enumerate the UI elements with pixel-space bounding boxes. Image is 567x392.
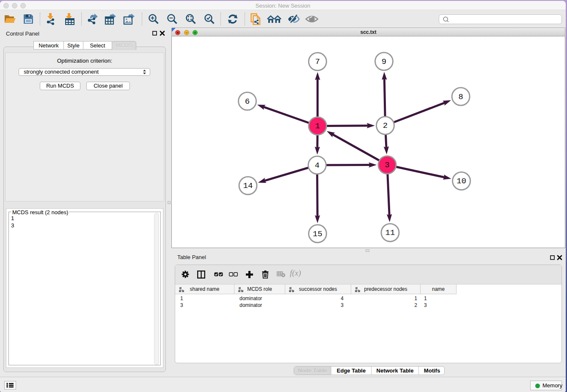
svg-text:6: 6 xyxy=(245,97,250,106)
svg-text:14: 14 xyxy=(243,181,253,190)
svg-text:8: 8 xyxy=(458,92,463,102)
svg-text:4: 4 xyxy=(315,161,319,170)
svg-text:3: 3 xyxy=(385,160,389,170)
svg-text:1: 1 xyxy=(315,121,320,131)
svg-text:7: 7 xyxy=(315,57,320,66)
svg-text:10: 10 xyxy=(457,177,466,186)
svg-text:11: 11 xyxy=(385,228,395,237)
svg-text:2: 2 xyxy=(383,121,388,130)
svg-text:9: 9 xyxy=(382,57,386,66)
svg-text:15: 15 xyxy=(313,229,322,239)
